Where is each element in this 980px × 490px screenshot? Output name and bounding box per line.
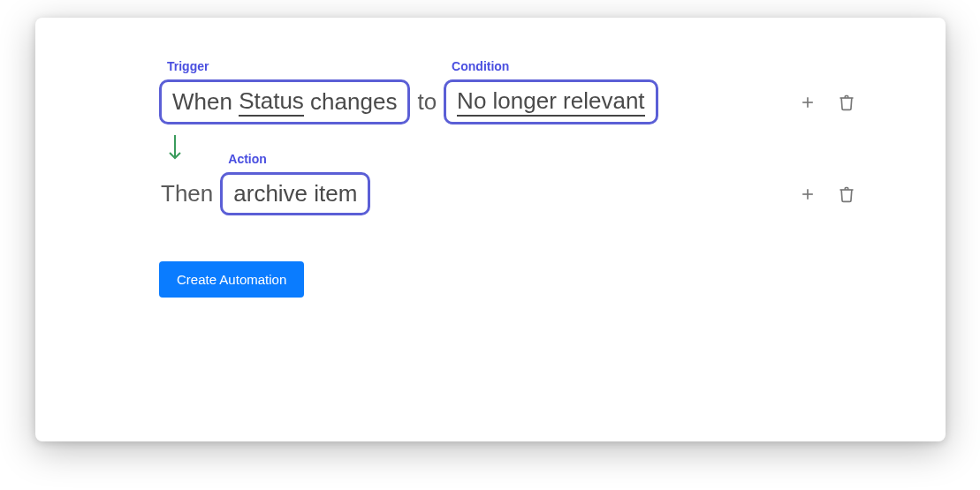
action-segment[interactable]: Action archive item <box>220 172 370 215</box>
connector-then: Then <box>159 180 215 207</box>
condition-segment[interactable]: Condition No longer relevant <box>444 79 657 124</box>
trash-icon <box>838 94 855 111</box>
connector-to: to <box>415 88 438 116</box>
add-action-button[interactable] <box>797 184 818 205</box>
action-value[interactable]: archive item <box>233 180 357 207</box>
plus-icon <box>799 185 817 203</box>
plus-icon <box>799 94 817 111</box>
trigger-prefix: When <box>172 88 232 116</box>
flow-arrow <box>164 133 857 165</box>
delete-action-button[interactable] <box>836 184 857 205</box>
trigger-label: Trigger <box>167 59 209 73</box>
add-trigger-button[interactable] <box>797 92 818 113</box>
automation-card: Trigger When Status changes to Condition… <box>35 18 946 441</box>
action-row-content: Then Action archive item <box>159 172 370 215</box>
trigger-verb: changes <box>310 88 397 116</box>
action-row: Then Action archive item <box>159 172 857 215</box>
trigger-row-actions <box>797 92 857 113</box>
condition-label: Condition <box>452 59 509 73</box>
action-label: Action <box>228 152 267 166</box>
trigger-row: Trigger When Status changes to Condition… <box>159 79 857 124</box>
create-automation-button[interactable]: Create Automation <box>159 261 304 298</box>
trash-icon <box>838 185 855 203</box>
condition-value[interactable]: No longer relevant <box>457 87 644 117</box>
action-row-actions <box>797 184 857 205</box>
trigger-field[interactable]: Status <box>239 87 304 117</box>
delete-trigger-button[interactable] <box>836 92 857 113</box>
trigger-row-content: Trigger When Status changes to Condition… <box>159 79 658 124</box>
trigger-segment[interactable]: Trigger When Status changes <box>159 79 410 124</box>
arrow-down-icon <box>164 133 186 162</box>
